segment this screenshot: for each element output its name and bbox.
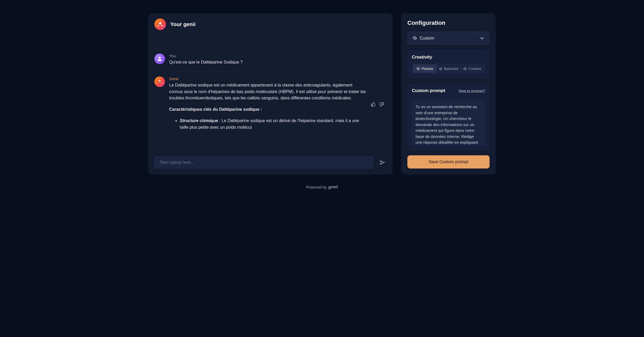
user-message-text: Qu'est-ce que le Daltéparine Sodique ? [169, 59, 386, 66]
custom-prompt-textarea[interactable]: Tu es un assistant de recherche au sein … [412, 100, 485, 146]
assistant-bullet: Structure chimique : Le Daltéparine sodi… [180, 118, 366, 131]
how-to-prompt-link[interactable]: How to prompt? [459, 89, 485, 93]
config-title: Configuration [407, 20, 490, 26]
chevron-down-icon [479, 36, 485, 41]
creativity-precise-label: Precise [422, 67, 433, 71]
creativity-balanced-label: Balanced [444, 67, 458, 71]
svg-point-0 [159, 57, 160, 59]
brand-name: genii [328, 184, 338, 190]
assistant-message-text: Le Daltéparine sodique est un médicament… [169, 82, 366, 131]
chat-title: Your genii [170, 21, 196, 27]
preset-select[interactable]: Custom [407, 32, 490, 45]
config-panel: Configuration Custom Creativity Precise [401, 13, 496, 175]
chat-input[interactable] [154, 156, 374, 169]
message-actions [370, 102, 386, 107]
creativity-card: Creativity Precise Balanced Creative [407, 50, 490, 78]
svg-point-4 [465, 69, 466, 69]
author-label-assistant: Genii [169, 76, 366, 81]
bullet-label: Structure chimique [180, 118, 218, 123]
footer: Powered by genii [306, 184, 338, 190]
message-body: You Qu'est-ce que le Daltéparine Sodique… [169, 54, 386, 66]
svg-point-1 [464, 67, 467, 70]
chat-panel: Your genii You Qu'est-ce que le Daltépar… [148, 13, 393, 175]
sparkle-icon [157, 21, 163, 27]
save-custom-prompt-button[interactable]: Save Custom prompt [407, 155, 490, 168]
custom-prompt-card: Custom prompt How to prompt? Tu es un as… [407, 84, 490, 150]
thumbs-down-icon [379, 102, 384, 107]
preset-value: Custom [420, 36, 434, 41]
user-avatar [154, 54, 165, 64]
powered-by-label: Powered by [306, 185, 327, 189]
creativity-segmented: Precise Balanced Creative [412, 64, 485, 74]
message-body: Genii Le Daltéparine sodique est un médi… [169, 76, 366, 132]
creativity-option-precise[interactable]: Precise [413, 65, 437, 73]
assistant-paragraph: Le Daltéparine sodique est un médicament… [169, 82, 366, 102]
creativity-option-creative[interactable]: Creative [460, 65, 484, 73]
scale-icon [439, 67, 442, 71]
creativity-title: Creativity [412, 55, 485, 60]
sparkle-icon [157, 79, 163, 85]
app-root: Your genii You Qu'est-ce que le Daltépar… [148, 13, 496, 175]
genii-avatar-small [154, 76, 165, 87]
chat-header: Your genii [148, 13, 393, 36]
svg-point-2 [464, 68, 465, 69]
assistant-subheading: Caractéristiques clés du Daltéparine sod… [169, 107, 262, 112]
thumbs-down-button[interactable] [379, 102, 384, 107]
svg-point-3 [465, 68, 466, 68]
person-icon [157, 56, 163, 62]
palette-icon [463, 67, 467, 71]
messages-list: You Qu'est-ce que le Daltéparine Sodique… [148, 36, 393, 150]
custom-prompt-header: Custom prompt How to prompt? [412, 88, 485, 93]
author-label-user: You [169, 54, 386, 58]
send-button[interactable] [379, 159, 386, 166]
gear-icon [412, 36, 417, 41]
creativity-creative-label: Creative [469, 67, 481, 71]
send-icon [379, 159, 386, 166]
thumbs-up-button[interactable] [370, 102, 376, 107]
chat-input-row [148, 150, 393, 175]
creativity-option-balanced[interactable]: Balanced [437, 65, 460, 73]
message-assistant: Genii Le Daltéparine sodique est un médi… [154, 71, 386, 138]
message-user: You Qu'est-ce que le Daltéparine Sodique… [154, 46, 386, 71]
target-icon [416, 67, 420, 71]
thumbs-up-icon [370, 102, 376, 107]
custom-prompt-label: Custom prompt [412, 88, 445, 93]
genii-avatar [154, 18, 166, 30]
